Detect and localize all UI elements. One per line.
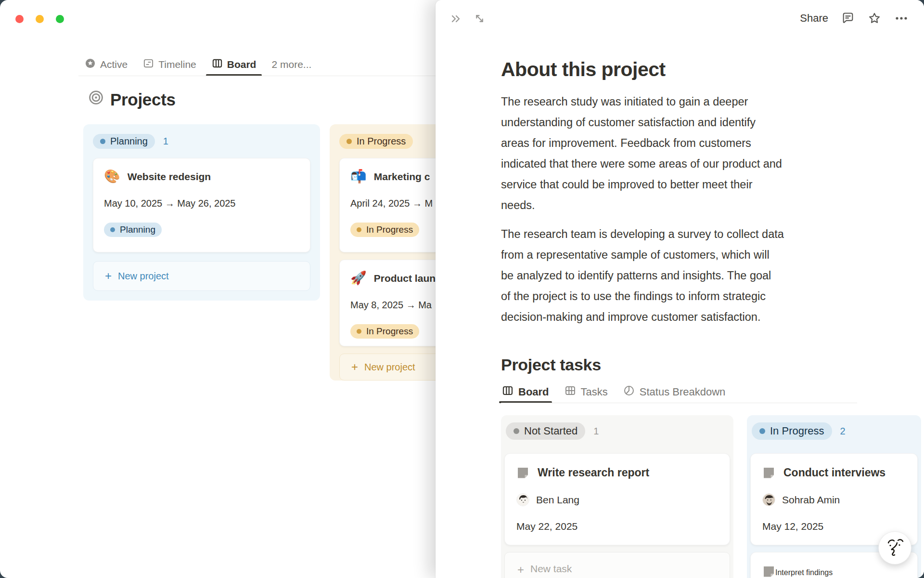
tasks-tabs-divider [501,403,857,403]
close-window-button[interactable] [15,15,24,23]
tab-active[interactable]: Active [85,53,128,76]
project-tasks-heading: Project tasks [501,355,601,374]
column-count: 1 [593,426,599,437]
task-card-write-research-report[interactable]: Write research report Ben Lang May 22, 2… [504,453,730,545]
tab-label: Tasks [581,386,608,398]
task-title: Interpret findings [775,568,833,577]
about-heading: About this project [501,58,666,81]
mailbox-emoji-icon: 📬 [350,170,367,183]
board-columns-icon [212,58,223,71]
bullseye-icon [88,90,104,109]
star-icon[interactable] [868,12,881,25]
zoom-window-button[interactable] [56,15,64,23]
double-chevron-right-icon[interactable] [450,13,462,25]
task-date: May 22, 2025 [516,521,718,532]
notion-window: Active Timeline Board 2 more... [0,0,924,578]
status-dot [513,428,519,434]
status-pill-planning[interactable]: Planning [93,134,155,149]
tab-label: 2 more... [271,59,311,70]
palette-emoji-icon: 🎨 [104,170,120,183]
plus-icon: + [351,360,358,374]
card-title: Product laun [374,273,436,284]
peek-toolbar-left [450,13,486,25]
assignee-name: Sohrab Amin [782,494,840,506]
plus-icon: + [517,563,524,577]
view-tabs: Active Timeline Board 2 more... [85,53,311,76]
page-title-text: Projects [110,90,176,109]
new-project-button[interactable]: + New project [93,261,310,291]
tab-board[interactable]: Board [212,53,257,76]
side-peek-panel: Share About this project The research st… [436,0,924,578]
traffic-lights [15,15,64,23]
tab-label: Board [518,386,549,398]
status-dot [346,139,352,144]
notion-ai-face-icon [886,537,905,560]
card-status-pill: In Progress [350,324,419,339]
notion-ai-face-button[interactable] [878,531,911,565]
about-paragraph-1: The research study was initiated to gain… [501,92,881,216]
comment-icon[interactable] [841,12,855,25]
task-title: Write research report [538,466,649,479]
tasks-column-not-started: Not Started 1 Write research report Ben … [501,415,733,578]
share-button[interactable]: Share [800,12,828,25]
task-page-icon [762,466,775,479]
task-date: May 12, 2025 [762,521,906,532]
new-task-button[interactable]: + New task [504,552,730,578]
peek-toolbar-right: Share [800,12,909,25]
more-icon[interactable] [894,12,909,25]
card-status-pill: Planning [104,223,162,237]
status-dot [100,139,105,144]
rocket-emoji-icon: 🚀 [350,272,367,285]
status-pill-in-progress[interactable]: In Progress [752,422,832,440]
tab-board[interactable]: Board [502,381,549,403]
status-dot [759,428,765,434]
about-paragraph-2: The research team is developing a survey… [501,224,881,328]
card-title: Website redesign [128,171,211,183]
task-page-icon [516,466,529,479]
tab-label: Board [227,59,257,70]
page-title: Projects [88,90,176,109]
board-column-planning: Planning 1 🎨 Website redesign May 10, 20… [83,124,320,301]
tabs-divider [78,76,436,76]
project-card-website-redesign[interactable]: 🎨 Website redesign May 10, 2025 → May 26… [93,158,310,252]
avatar-ben-lang [516,493,529,506]
column-count: 2 [840,426,846,437]
plus-icon: + [105,269,112,283]
status-pill-in-progress[interactable]: In Progress [339,134,413,149]
tab-timeline[interactable]: Timeline [143,53,196,76]
task-page-icon [762,565,775,578]
board-columns-icon [502,385,513,399]
status-dot [110,227,115,232]
minimize-window-button[interactable] [36,15,44,23]
status-dot [357,227,361,232]
expand-diagonal-icon[interactable] [474,13,486,25]
star-circle-icon [85,58,96,71]
card-status-pill: In Progress [350,223,419,237]
avatar-sohrab-amin [762,493,775,506]
tab-label: Status Breakdown [640,386,726,398]
status-pill-not-started[interactable]: Not Started [506,422,585,440]
pie-clock-icon [623,385,635,399]
tab-label: Timeline [158,59,196,70]
assignee-name: Ben Lang [536,494,579,506]
table-icon [565,385,576,399]
tab-tasks[interactable]: Tasks [565,381,608,403]
tab-more-views[interactable]: 2 more... [271,53,311,76]
tab-label: Active [100,59,128,70]
card-title: Marketing c [374,171,430,183]
tasks-view-tabs: Board Tasks Status Breakdown [502,381,725,403]
card-date-range: May 10, 2025 → May 26, 2025 [104,198,299,209]
status-dot [357,329,361,334]
task-title: Conduct interviews [783,466,886,479]
tab-status-breakdown[interactable]: Status Breakdown [623,381,726,403]
timeline-icon [143,58,154,71]
column-count: 1 [163,136,168,147]
